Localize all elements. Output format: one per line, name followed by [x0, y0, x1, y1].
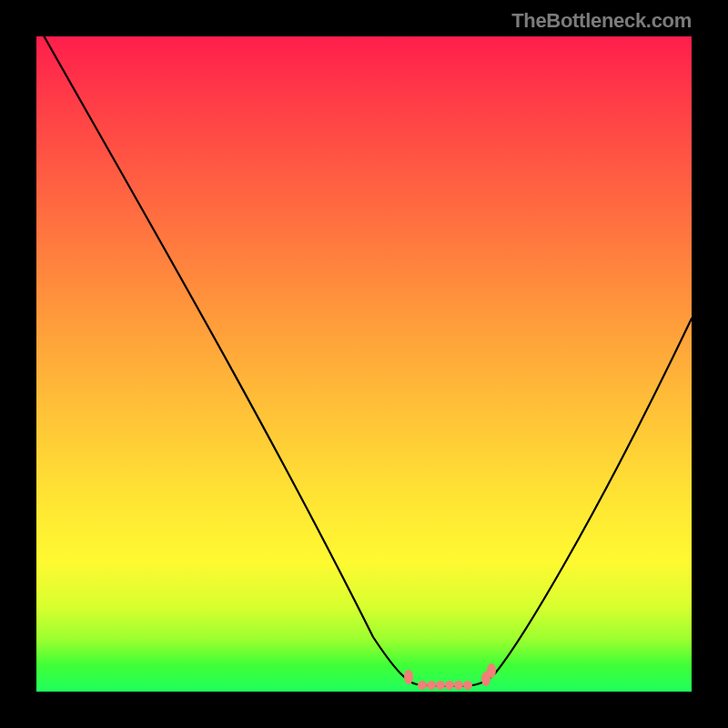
svg-point-4: [445, 681, 454, 690]
svg-point-6: [463, 681, 472, 690]
svg-point-8: [487, 663, 496, 678]
bottleneck-curve: [36, 36, 692, 686]
svg-point-1: [418, 681, 427, 690]
svg-point-5: [454, 681, 463, 690]
svg-point-2: [427, 681, 436, 690]
chart-area: [36, 36, 692, 692]
svg-point-0: [404, 670, 413, 684]
svg-point-3: [436, 681, 445, 690]
trough-highlight: [404, 663, 496, 690]
curve-plot: [36, 36, 692, 692]
watermark-text: TheBottleneck.com: [511, 9, 692, 33]
